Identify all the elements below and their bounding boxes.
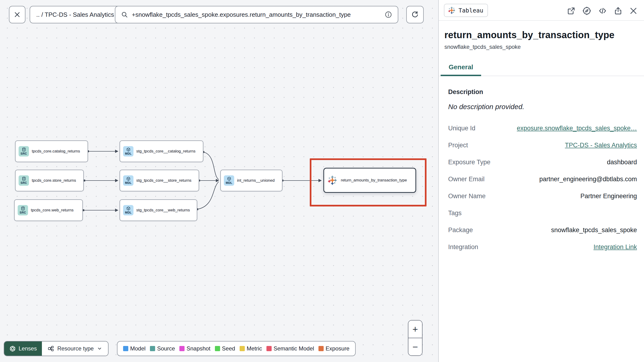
legend-item: Snapshot: [179, 345, 210, 352]
model-badge: MDL: [123, 146, 134, 156]
badge-label: SRC: [20, 211, 26, 214]
badge-label: SRC: [20, 152, 27, 155]
lineage-canvas[interactable]: SRC tpcds_core.catalog_returns SRC tpcds…: [0, 0, 438, 362]
field-label: Project: [448, 142, 468, 149]
field-label: Unique Id: [448, 125, 476, 132]
field-value: dashboard: [607, 159, 637, 166]
cube-icon: [126, 176, 131, 181]
description-heading: Description: [448, 88, 637, 96]
lenses-label: Lenses: [18, 345, 37, 352]
legend-swatch: [318, 346, 324, 351]
search-input[interactable]: [132, 11, 381, 18]
node-label: return_amounts_by_transaction_type: [341, 178, 407, 183]
graph-node-source-store-returns[interactable]: SRC tpcds_core.store_returns: [15, 170, 84, 191]
close-lineage-button[interactable]: [9, 6, 26, 23]
graph-node-source-web-returns[interactable]: SRC tpcds_core.web_returns: [14, 199, 83, 221]
field-row-integration: Integration Integration Link: [448, 239, 637, 255]
badge-label: MDL: [125, 211, 132, 214]
tab-general[interactable]: General: [441, 63, 481, 76]
breadcrumb-label: .. / TPC-DS - Sales Analytics: [36, 11, 114, 18]
legend-swatch: [240, 346, 245, 351]
graph-node-stg-web-returns[interactable]: MDL stg_tpcds_core__web_returns: [120, 199, 197, 221]
field-row-package: Package snowflake_tpcds_sales_spoke: [448, 222, 637, 239]
details-panel-header: Tableau: [439, 0, 644, 17]
close-icon: [14, 11, 21, 18]
field-label: Integration: [448, 243, 478, 251]
graph-node-source-catalog-returns[interactable]: SRC tpcds_core.catalog_returns: [15, 140, 88, 162]
project-link[interactable]: TPC-DS - Sales Analytics: [565, 142, 637, 149]
field-row-project: Project TPC-DS - Sales Analytics: [448, 137, 637, 154]
panel-body: Description No description provided. Uni…: [439, 88, 644, 255]
integration-link[interactable]: Integration Link: [594, 243, 637, 251]
legend-swatch: [150, 346, 155, 351]
field-row-owner-email: Owner Email partner_engineering@dbtlabs.…: [448, 171, 637, 188]
node-label: stg_tpcds_core__web_returns: [136, 208, 190, 213]
field-row-tags: Tags: [448, 205, 637, 222]
badge-label: MDL: [226, 181, 232, 185]
lineage-search-bar: [115, 6, 398, 23]
field-label: Tags: [448, 210, 462, 217]
source-badge: SRC: [18, 205, 28, 215]
legend-item: Metric: [240, 345, 262, 352]
resource-type-legend: Model Source Snapshot Seed Metric Semant…: [117, 341, 356, 356]
graph-node-stg-store-returns[interactable]: MDL stg_tpcds_core__store_returns: [120, 170, 199, 191]
resource-type-dropdown[interactable]: Resource type: [42, 341, 108, 356]
zoom-out-button[interactable]: −: [408, 338, 422, 355]
share-icon[interactable]: [614, 6, 622, 15]
type-chip-label: Tableau: [458, 7, 483, 14]
search-icon: [121, 11, 128, 18]
description-empty-text: No description provided.: [448, 103, 637, 111]
node-label: int_returns__unioned: [237, 178, 275, 183]
cube-icon: [126, 206, 131, 211]
unique-id-link[interactable]: exposure.snowflake_tpcds_sales_spoke…: [517, 125, 637, 132]
graph-node-stg-catalog-returns[interactable]: MDL stg_tpcds_core__catalog_returns: [120, 140, 203, 162]
field-label: Package: [448, 227, 473, 234]
resource-type-label: Resource type: [57, 345, 94, 352]
field-label: Exposure Type: [448, 159, 490, 166]
resource-package-subtitle: snowflake_tpcds_sales_spoke: [439, 40, 644, 50]
legend-item: Source: [150, 345, 175, 352]
code-icon[interactable]: [598, 6, 607, 16]
graph-node-int-returns-unioned[interactable]: MDL int_returns__unioned: [220, 170, 282, 191]
model-badge: MDL: [123, 175, 134, 186]
panel-tabs: General: [439, 63, 644, 76]
node-label: tpcds_core.web_returns: [31, 208, 74, 213]
metadata-fields: Unique Id exposure.snowflake_tpcds_sales…: [448, 120, 637, 255]
node-label: tpcds_core.store_returns: [32, 178, 76, 183]
tableau-icon: [448, 6, 456, 14]
model-badge: MDL: [123, 205, 134, 215]
open-external-icon[interactable]: [567, 6, 576, 15]
field-label: Owner Email: [448, 175, 485, 183]
tableau-icon: [327, 175, 338, 186]
legend-swatch: [215, 346, 220, 351]
cube-icon: [227, 176, 232, 181]
breadcrumb[interactable]: .. / TPC-DS - Sales Analytics: [30, 6, 120, 23]
explore-compass-icon[interactable]: [582, 6, 592, 16]
graph-node-exposure-return-amounts[interactable]: return_amounts_by_transaction_type: [324, 168, 416, 193]
model-badge: MDL: [224, 175, 234, 186]
aperture-icon: [10, 345, 16, 352]
legend-swatch: [266, 346, 272, 351]
refresh-button[interactable]: [406, 6, 424, 23]
field-value: Partner Engineering: [580, 193, 637, 200]
legend-item: Model: [123, 345, 146, 352]
field-value: partner_engineering@dbtlabs.com: [539, 175, 637, 183]
info-icon[interactable]: [384, 11, 392, 18]
field-row-exposure-type: Exposure Type dashboard: [448, 154, 637, 171]
legend-item: Exposure: [318, 345, 349, 352]
resource-title: return_amounts_by_transaction_type: [439, 21, 644, 40]
close-panel-icon[interactable]: [629, 6, 638, 15]
lenses-button[interactable]: Lenses: [4, 341, 42, 356]
legend-swatch: [179, 346, 184, 351]
zoom-in-button[interactable]: +: [408, 320, 422, 338]
legend-item: Seed: [215, 345, 235, 352]
lenses-control-group: Lenses Resource type: [4, 341, 108, 356]
exposure-type-chip: Tableau: [444, 4, 488, 17]
source-badge: SRC: [18, 146, 29, 156]
field-label: Owner Name: [448, 193, 486, 200]
field-row-unique-id: Unique Id exposure.snowflake_tpcds_sales…: [448, 120, 637, 137]
field-row-owner-name: Owner Name Partner Engineering: [448, 188, 637, 205]
refresh-icon: [411, 11, 419, 19]
field-value: snowflake_tpcds_sales_spoke: [551, 227, 637, 234]
badge-label: MDL: [125, 181, 132, 185]
